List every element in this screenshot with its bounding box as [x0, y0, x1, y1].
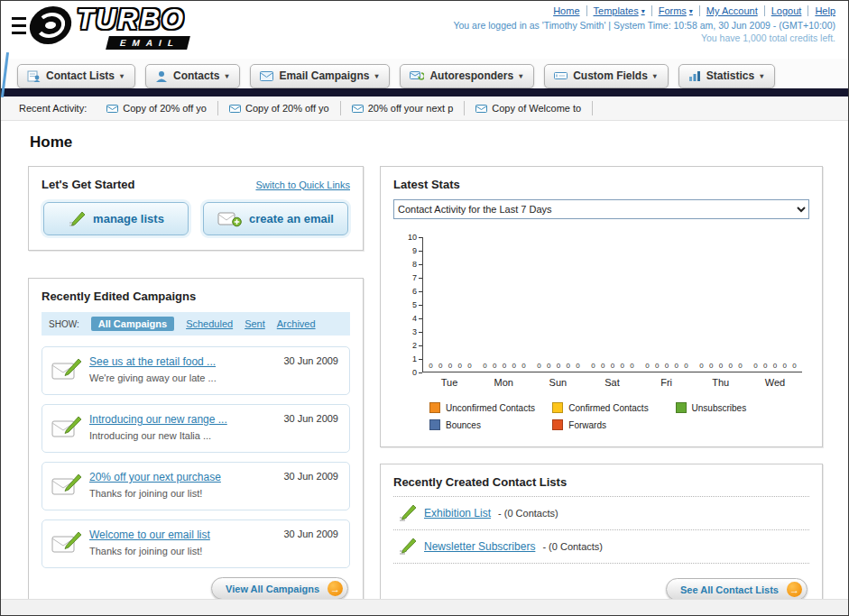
legend-swatch — [429, 402, 440, 413]
legend-swatch — [552, 419, 563, 430]
see-all-contact-lists-button[interactable]: See All Contact Lists → — [666, 578, 807, 601]
bar-value-label: 0 — [738, 362, 742, 370]
switch-to-quick-links[interactable]: Switch to Quick Links — [255, 179, 350, 190]
legend-item: Bounces — [429, 419, 552, 430]
latest-stats-panel: Latest Stats Contact Activity for the La… — [380, 166, 823, 447]
link-help[interactable]: Help — [808, 5, 835, 16]
campaign-subtitle: Thanks for joining our list! — [89, 488, 338, 499]
bar-value-label: 0 — [630, 362, 633, 370]
bar-value-label: 0 — [792, 362, 796, 370]
chart-day-group: 00000 — [477, 237, 531, 372]
campaign-date: 30 Jun 2009 — [283, 529, 338, 539]
nav-divider-bar — [1, 88, 848, 97]
nav-tab-email-campaigns[interactable]: Email Campaigns ▾ — [250, 64, 390, 88]
x-axis-tick-label: Wed — [748, 372, 802, 388]
recent-activity-item[interactable]: Copy of Welcome to — [465, 101, 593, 115]
x-axis-tick-label: Thu — [694, 372, 748, 388]
y-axis-tick-label: 0 — [412, 368, 422, 377]
contact-list-count: - (0 Contacts) — [542, 541, 603, 552]
bar-value-label: 0 — [483, 362, 486, 370]
x-axis-tick-label: Tue — [422, 372, 476, 388]
recent-activity-item[interactable]: Copy of 20% off yo — [96, 101, 218, 115]
y-axis-tick-label: 2 — [412, 341, 422, 350]
envelope-icon — [229, 105, 241, 113]
link-my-account[interactable]: My Account — [700, 5, 765, 16]
app-logo: TURBO EMAIL — [12, 6, 189, 50]
envelope-pencil-icon — [51, 473, 82, 501]
y-axis-tick-label: 9 — [412, 246, 422, 255]
x-axis-tick-label: Sat — [585, 372, 639, 388]
nav-tab-contacts[interactable]: Contacts ▾ — [145, 64, 240, 88]
bar-value-label: 0 — [457, 362, 461, 370]
tab-sent[interactable]: Sent — [245, 318, 265, 329]
bar-value-label: 0 — [763, 362, 767, 370]
nav-tab-statistics[interactable]: Statistics ▾ — [678, 64, 775, 88]
create-an-email-button[interactable]: create an email — [203, 202, 348, 235]
recent-activity-item[interactable]: Copy of 20% off yo — [218, 101, 341, 115]
chevron-down-icon: ▾ — [120, 72, 124, 80]
bar-value-label: 0 — [611, 362, 614, 370]
legend-swatch — [429, 419, 440, 430]
bar-value-label: 0 — [699, 362, 703, 370]
login-status: You are logged in as 'Timothy Smith' | S… — [453, 20, 835, 31]
bar-value-label: 0 — [493, 362, 496, 370]
contact-list-count: - (0 Contacts) — [498, 508, 558, 519]
app-window: TURBO EMAIL Home Templates▾ Forms▾ My Ac… — [0, 0, 849, 616]
x-axis-tick-label: Fri — [640, 372, 694, 388]
nav-tab-contact-lists[interactable]: Contact Lists ▾ — [17, 64, 135, 88]
link-logout[interactable]: Logout — [765, 5, 809, 16]
recent-activity-item[interactable]: 20% off your next p — [341, 101, 466, 115]
envelope-pencil-icon — [51, 531, 82, 558]
bar-value-label: 0 — [503, 362, 506, 370]
arrow-right-icon: → — [328, 581, 343, 596]
envelope-icon — [106, 105, 118, 113]
chart-plot-area: 00000000000000000000000000000000000 — [422, 237, 802, 372]
link-templates[interactable]: Templates▾ — [587, 5, 652, 16]
chevron-down-icon: ▾ — [641, 7, 645, 15]
campaigns-filter-tabs: SHOW: All Campaigns Scheduled Sent Archi… — [42, 312, 350, 336]
contact-activity-chart: 109876543210 000000000000000000000000000… — [393, 219, 809, 436]
recent-activity-label: Recent Activity: — [19, 103, 87, 114]
tab-archived[interactable]: Archived — [277, 318, 316, 329]
y-axis-tick-label: 3 — [412, 327, 422, 336]
legend-label: Confirmed Contacts — [568, 403, 648, 413]
chart-y-axis: 109876543210 — [399, 237, 422, 372]
legend-swatch — [552, 402, 563, 413]
bar-value-label: 0 — [537, 362, 540, 370]
nav-tab-custom-fields[interactable]: Custom Fields ▾ — [544, 64, 669, 88]
nav-tab-autoresponders[interactable]: Autoresponders ▾ — [400, 64, 534, 88]
contact-lists-panel-title: Recently Created Contact Lists — [393, 475, 809, 489]
link-home[interactable]: Home — [547, 5, 586, 16]
contact-list-item: Newsletter Subscribers - (0 Contacts) — [393, 529, 809, 563]
view-all-campaigns-button[interactable]: View All Campaigns → — [211, 577, 348, 600]
get-started-title: Let's Get Started — [42, 178, 135, 191]
chevron-down-icon: ▾ — [760, 72, 763, 80]
tab-scheduled[interactable]: Scheduled — [186, 318, 233, 329]
custom-fields-icon — [554, 70, 568, 81]
campaign-list-item: Introducing our new range ... Introducin… — [42, 404, 350, 453]
contact-list-link[interactable]: Newsletter Subscribers — [424, 540, 535, 553]
campaign-list-item: 20% off your next purchase Thanks for jo… — [42, 462, 350, 510]
tab-all-campaigns[interactable]: All Campaigns — [91, 317, 174, 331]
link-forms[interactable]: Forms▾ — [652, 5, 700, 16]
envelope-pencil-icon — [51, 416, 82, 443]
recent-activity-bar: Recent Activity: Copy of 20% off yo Copy… — [1, 97, 848, 121]
bar-value-label: 0 — [521, 362, 525, 370]
bar-value-label: 0 — [576, 362, 579, 370]
logo-swoosh-icon — [27, 6, 74, 44]
y-axis-tick-label: 5 — [412, 300, 422, 309]
legend-item: Unconfirmed Contacts — [429, 402, 552, 413]
chart-x-axis: TueMonSunSatFriThuWed — [422, 372, 802, 388]
campaign-date: 30 Jun 2009 — [283, 471, 338, 482]
bar-value-label: 0 — [448, 362, 452, 370]
contact-list-link[interactable]: Exhibition List — [424, 507, 491, 519]
main-content: Home Let's Get Started Switch to Quick L… — [1, 121, 848, 616]
latest-stats-title: Latest Stats — [393, 178, 809, 191]
chevron-down-icon: ▾ — [225, 72, 228, 80]
bar-value-label: 0 — [709, 362, 713, 370]
stats-period-select[interactable]: Contact Activity for the Last 7 Days — [393, 199, 809, 219]
y-axis-tick-label: 7 — [412, 273, 422, 282]
manage-lists-button[interactable]: manage lists — [43, 202, 189, 235]
bar-value-label: 0 — [674, 362, 678, 370]
bar-value-label: 0 — [782, 362, 786, 370]
